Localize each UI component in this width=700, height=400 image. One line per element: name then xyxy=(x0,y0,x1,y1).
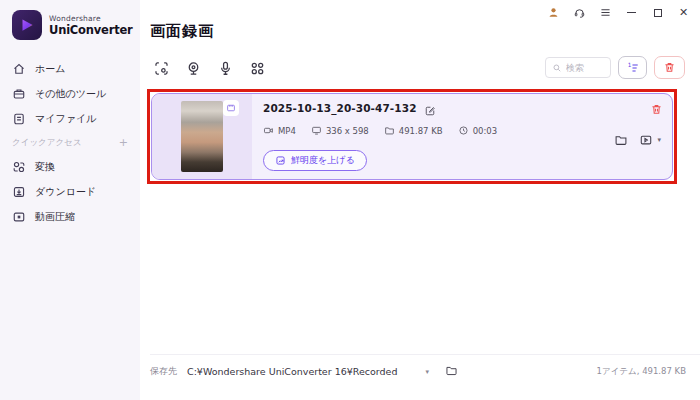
svg-text:1: 1 xyxy=(627,62,631,68)
download-icon xyxy=(12,185,26,199)
trash-icon xyxy=(650,103,663,116)
items-summary: 1アイテム, 491.87 KB xyxy=(597,366,686,378)
sort-icon: 1 xyxy=(626,61,640,75)
account-avatar-icon[interactable] xyxy=(547,6,560,19)
trash-icon xyxy=(663,61,676,74)
open-save-folder-button[interactable] xyxy=(445,362,458,381)
search-box[interactable] xyxy=(545,57,611,78)
recording-details: 2025-10-13_20-30-47-132 MP4 336 x 598 xyxy=(252,94,672,179)
screen-record-button[interactable] xyxy=(150,57,172,79)
support-headset-icon[interactable] xyxy=(573,6,586,19)
screen-record-icon xyxy=(153,60,170,77)
sidebar-item-label: 変換 xyxy=(35,160,55,174)
duration-value: 00:03 xyxy=(473,126,498,136)
save-destination-label: 保存先 xyxy=(150,365,177,378)
audio-record-button[interactable] xyxy=(214,57,236,79)
recording-title: 2025-10-13_20-30-47-132 xyxy=(263,102,417,114)
display-icon xyxy=(311,125,322,136)
format-value: MP4 xyxy=(278,126,296,136)
enhance-label: 鮮明度を上げる xyxy=(291,154,355,167)
menu-list-icon[interactable] xyxy=(599,6,612,19)
brand-logo: Wondershare UniConverter xyxy=(12,10,140,40)
delete-recording-button[interactable] xyxy=(650,101,663,120)
path-dropdown-caret-icon[interactable]: ▾ xyxy=(425,368,429,376)
quick-access-label: クイックアクセス xyxy=(12,137,82,149)
sidebar-item-convert[interactable]: 変換 xyxy=(12,154,140,179)
recording-meta: MP4 336 x 598 491.87 KB 00:03 xyxy=(263,125,662,136)
recording-card[interactable]: 2025-10-13_20-30-47-132 MP4 336 x 598 xyxy=(151,93,673,180)
video-camera-icon xyxy=(263,125,274,136)
sidebar-item-home[interactable]: ホーム xyxy=(12,56,140,81)
sidebar-item-label: その他のツール xyxy=(35,87,106,101)
resolution-value: 336 x 598 xyxy=(326,126,369,136)
microphone-icon xyxy=(217,60,234,77)
open-folder-icon[interactable] xyxy=(614,133,628,147)
thumbnail-panel xyxy=(152,94,252,179)
sort-button[interactable]: 1 xyxy=(618,56,647,79)
sidebar-item-label: マイファイル xyxy=(35,112,96,126)
sidebar-item-label: 動画圧縮 xyxy=(35,210,75,224)
maximize-button[interactable] xyxy=(651,6,664,19)
save-path-value[interactable]: C:¥Wondershare UniConverter 16¥Recorded xyxy=(187,366,397,377)
webcam-record-button[interactable] xyxy=(182,57,204,79)
rename-button[interactable] xyxy=(424,102,436,114)
add-quick-access-button[interactable]: + xyxy=(119,136,128,149)
annotation-highlight: 2025-10-13_20-30-47-132 MP4 336 x 598 xyxy=(147,89,677,184)
apps-icon xyxy=(249,60,266,77)
export-caret-icon[interactable]: ▾ xyxy=(657,136,661,144)
compress-icon xyxy=(12,210,26,224)
window-controls: ✕ xyxy=(547,6,690,19)
format-meta: MP4 xyxy=(263,125,296,136)
quick-access-section: クイックアクセス + xyxy=(12,131,140,154)
delete-all-button[interactable] xyxy=(654,56,685,79)
footer-bar: 保存先 C:¥Wondershare UniConverter 16¥Recor… xyxy=(150,362,686,381)
tools-icon xyxy=(12,87,26,101)
uniconverter-logo-icon xyxy=(12,10,42,40)
uniconverter-window: Wondershare UniConverter ホーム その他のツール マイフ… xyxy=(0,0,700,400)
recording-actions: ▾ xyxy=(614,133,661,147)
sidebar-item-label: ダウンロード xyxy=(35,185,96,199)
webcam-icon xyxy=(185,60,202,77)
convert-icon xyxy=(12,160,26,174)
clock-icon xyxy=(458,125,469,136)
size-meta: 491.87 KB xyxy=(384,125,443,136)
page-title: 画面録画 xyxy=(150,22,214,41)
export-icon[interactable] xyxy=(639,133,653,147)
sidebar: Wondershare UniConverter ホーム その他のツール マイフ… xyxy=(0,0,140,400)
sidebar-item-video-compress[interactable]: 動画圧縮 xyxy=(12,204,140,229)
record-toolbar xyxy=(150,57,268,79)
search-input[interactable] xyxy=(566,63,606,73)
more-apps-button[interactable] xyxy=(246,57,268,79)
brand-top: Wondershare xyxy=(49,14,133,23)
brand-bottom: UniConverter xyxy=(49,23,133,37)
sidebar-item-label: ホーム xyxy=(35,62,65,76)
minimize-button[interactable] xyxy=(625,6,638,19)
sidebar-item-my-files[interactable]: マイファイル xyxy=(12,106,140,131)
video-thumbnail[interactable] xyxy=(181,101,223,172)
edit-icon xyxy=(424,105,436,117)
duration-meta: 00:03 xyxy=(458,125,498,136)
search-icon xyxy=(552,63,562,73)
enhance-icon xyxy=(275,155,286,166)
film-icon xyxy=(226,103,236,113)
close-button[interactable]: ✕ xyxy=(677,6,690,19)
video-type-badge xyxy=(223,100,239,116)
folder-icon xyxy=(384,125,395,136)
size-value: 491.87 KB xyxy=(399,126,443,136)
main-panel: ✕ 画面録画 1 xyxy=(140,0,700,400)
home-icon xyxy=(12,62,26,76)
enhance-clarity-button[interactable]: 鮮明度を上げる xyxy=(263,150,367,171)
sidebar-item-other-tools[interactable]: その他のツール xyxy=(12,81,140,106)
sidebar-item-download[interactable]: ダウンロード xyxy=(12,179,140,204)
file-icon xyxy=(12,112,26,126)
folder-icon xyxy=(445,364,458,377)
footer-divider xyxy=(150,354,700,355)
resolution-meta: 336 x 598 xyxy=(311,125,369,136)
